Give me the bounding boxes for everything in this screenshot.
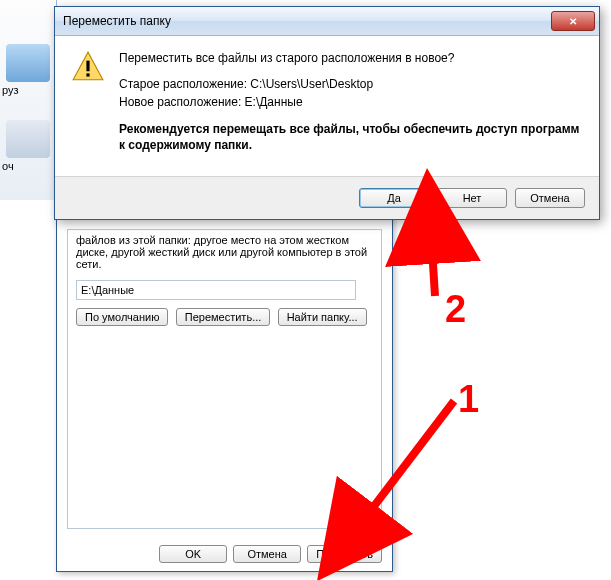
desktop-icon <box>6 44 50 82</box>
annotation-number-2: 2 <box>445 288 466 331</box>
move-folder-dialog: Переместить папку ✕ Переместить все файл… <box>54 6 600 220</box>
old-location: Старое расположение: C:\Users\User\Deskt… <box>119 76 583 92</box>
svg-rect-2 <box>86 73 89 76</box>
dialog-title: Переместить папку <box>63 14 551 28</box>
desktop-label: руз <box>2 84 19 96</box>
move-button[interactable]: Переместить... <box>176 308 271 326</box>
dialog-titlebar[interactable]: Переместить папку ✕ <box>55 7 599 36</box>
cancel-button[interactable]: Отмена <box>233 545 301 563</box>
dialog-question: Переместить все файлы из старого располо… <box>119 50 583 66</box>
cancel-button[interactable]: Отмена <box>515 188 585 208</box>
no-button[interactable]: Нет <box>437 188 507 208</box>
dialog-recommendation: Рекомендуется перемещать все файлы, чтоб… <box>119 121 583 153</box>
desktop-fragment: руз оч <box>0 0 57 200</box>
properties-body: файлов из этой папки: другое место на эт… <box>67 229 382 529</box>
svg-rect-1 <box>86 61 89 72</box>
restore-default-button[interactable]: По умолчанию <box>76 308 168 326</box>
yes-button[interactable]: Да <box>359 188 429 208</box>
close-button[interactable]: ✕ <box>551 11 595 31</box>
desktop-icon <box>6 120 50 158</box>
annotation-arrow-2 <box>410 210 450 303</box>
dialog-body-text: Переместить все файлы из старого располо… <box>119 50 583 170</box>
warning-icon <box>71 50 105 84</box>
svg-line-3 <box>430 216 435 296</box>
properties-hint: файлов из этой папки: другое место на эт… <box>76 234 373 270</box>
close-icon: ✕ <box>569 16 577 27</box>
apply-button[interactable]: Применить <box>307 545 382 563</box>
find-folder-button[interactable]: Найти папку... <box>278 308 367 326</box>
location-path-input[interactable] <box>76 280 356 300</box>
desktop-label: оч <box>2 160 14 172</box>
annotation-number-1: 1 <box>458 378 479 421</box>
ok-button[interactable]: OK <box>159 545 227 563</box>
new-location: Новое расположение: E:\Данные <box>119 94 583 110</box>
